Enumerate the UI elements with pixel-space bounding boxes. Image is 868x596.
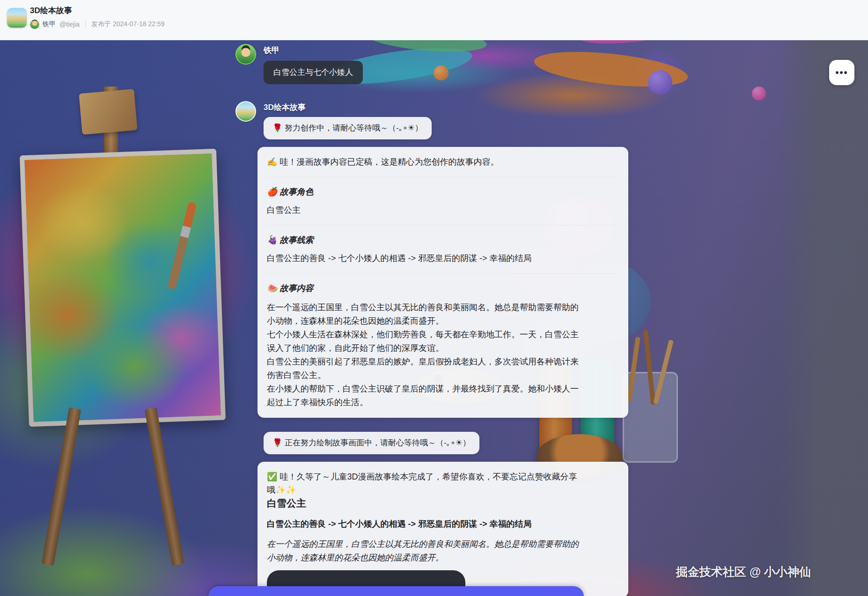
user-avatar[interactable] bbox=[235, 44, 256, 65]
author-row: 铁甲 @tiejia 发布于 2024-07-18 22:59 bbox=[30, 20, 164, 29]
bot-name: 3D绘本故事 bbox=[264, 101, 633, 112]
result-story-clue: 白雪公主的善良 -> 七个小矮人的相遇 -> 邪恶皇后的阴谋 -> 幸福的结局 bbox=[267, 518, 619, 530]
section-heading-content: 🍉 故事内容 bbox=[267, 282, 619, 294]
more-icon: ••• bbox=[835, 67, 848, 78]
section-body-content: 在一个遥远的王国里，白雪公主以其无比的善良和美丽闻名。她总是帮助需要帮助的 小动… bbox=[267, 301, 619, 409]
author-handle[interactable]: @tiejia bbox=[59, 21, 80, 28]
app-icon bbox=[7, 8, 27, 28]
chat-thread: 铁甲 白雪公主与七个小矮人 3D绘本故事 🌹 努力创作中，请耐心等待哦～（-｡∘… bbox=[235, 44, 633, 596]
card-divider bbox=[267, 225, 619, 225]
bot-message-group: 3D绘本故事 🌹 努力创作中，请耐心等待哦～（-｡∘☀） ✍️ 哇！漫画故事内容… bbox=[235, 101, 633, 596]
card-divider bbox=[267, 273, 619, 274]
bot-avatar[interactable] bbox=[235, 101, 256, 122]
section-body-plotline: 白雪公主的善良 -> 七个小矮人的相遇 -> 邪恶皇后的阴谋 -> 幸福的结局 bbox=[267, 252, 619, 265]
story-draft-intro: ✍️ 哇！漫画故事内容已定稿，这是精心为您创作的故事内容。 bbox=[267, 155, 619, 168]
page-header: 3D绘本故事 铁甲 @tiejia 发布于 2024-07-18 22:59 bbox=[0, 0, 868, 40]
result-story-excerpt: 在一个遥远的王国里，白雪公主以其无比的善良和美丽闻名。她总是帮助需要帮助的 小动… bbox=[267, 538, 619, 565]
watermark: 掘金技术社区 @ 小小神仙 bbox=[676, 564, 811, 580]
status-bubble-creating: 🌹 努力创作中，请耐心等待哦～（-｡∘☀） bbox=[264, 117, 432, 139]
user-message-bubble: 白雪公主与七个小矮人 bbox=[264, 61, 363, 84]
app-window: 3D绘本故事 铁甲 @tiejia 发布于 2024-07-18 22:59 铁… bbox=[0, 0, 868, 596]
header-divider bbox=[85, 21, 86, 28]
section-heading-characters: 🍎 故事角色 bbox=[267, 186, 619, 198]
user-name: 铁甲 bbox=[264, 44, 633, 55]
author-avatar[interactable] bbox=[30, 20, 39, 29]
publish-date: 发布于 2024-07-18 22:59 bbox=[91, 20, 164, 29]
page-title: 3D绘本故事 bbox=[30, 6, 164, 16]
user-message-group: 铁甲 白雪公主与七个小矮人 bbox=[235, 44, 633, 84]
section-body-characters: 白雪公主 bbox=[267, 204, 619, 217]
primary-action-bar[interactable] bbox=[208, 586, 584, 596]
author-name: 铁甲 bbox=[43, 20, 56, 29]
card-divider bbox=[267, 177, 619, 177]
more-actions-button[interactable]: ••• bbox=[829, 60, 854, 85]
section-heading-plotline: 🍇 故事线索 bbox=[267, 234, 619, 246]
result-card: ✅ 哇！久等了～儿童3D漫画故事绘本完成了，希望你喜欢，不要忘记点赞收藏分享 哦… bbox=[257, 462, 628, 596]
result-story-title: 白雪公主 bbox=[267, 496, 619, 510]
result-announce: ✅ 哇！久等了～儿童3D漫画故事绘本完成了，希望你喜欢，不要忘记点赞收藏分享 哦… bbox=[267, 470, 619, 496]
background-right-shade bbox=[779, 40, 868, 596]
status-bubble-drawing: 🌹 正在努力绘制故事画面中，请耐心等待哦～（-｡∘☀） bbox=[264, 432, 479, 454]
story-draft-card: ✍️ 哇！漫画故事内容已定稿，这是精心为您创作的故事内容。 🍎 故事角色 白雪公… bbox=[257, 147, 628, 418]
